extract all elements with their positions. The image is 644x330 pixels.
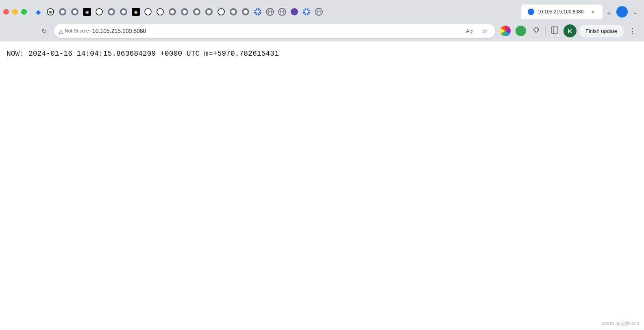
svg-text:文: 文 bbox=[470, 29, 474, 34]
svg-point-23 bbox=[231, 10, 235, 14]
svg-point-12 bbox=[157, 9, 163, 15]
bookmark-helm-icon-1[interactable] bbox=[252, 6, 263, 17]
svg-point-18 bbox=[195, 10, 199, 14]
toolbar-right: K Finish update ⋮ bbox=[499, 24, 639, 37]
url-display: 10.105.215.100:8080 bbox=[92, 28, 461, 34]
tab-favicon-icon bbox=[528, 9, 534, 15]
page-content: NOW: 2024-01-16 14:04:15.863684209 +0000… bbox=[0, 41, 644, 330]
bookmark-icon-1[interactable]: ⊕ bbox=[45, 6, 56, 17]
bookmark-icon-14[interactable] bbox=[228, 6, 239, 17]
svg-point-20 bbox=[207, 10, 211, 14]
svg-text:🐾: 🐾 bbox=[292, 9, 297, 15]
menu-dots-icon: ⋮ bbox=[629, 26, 636, 35]
bookmark-icon-2[interactable] bbox=[57, 6, 68, 17]
svg-text:A: A bbox=[466, 28, 470, 34]
tab-list-chevron-button[interactable]: ⌄ bbox=[629, 6, 641, 17]
sidebar-toggle-icon bbox=[550, 26, 559, 36]
bookmark-icon-10[interactable] bbox=[179, 6, 190, 17]
watermark-text: CSDN @蓝墨2020 bbox=[602, 321, 639, 326]
pinwheel-icon bbox=[500, 26, 511, 36]
bookmark-icon-8[interactable] bbox=[154, 6, 166, 17]
svg-point-6 bbox=[96, 9, 102, 15]
bookmark-icon-15[interactable] bbox=[240, 6, 251, 17]
minimize-window-button[interactable] bbox=[12, 9, 18, 15]
bookmark-black-box-1[interactable]: ◉ bbox=[81, 6, 93, 17]
bookmark-icon-13[interactable] bbox=[215, 6, 227, 17]
bookmarks-bar: ◆ ⊕ ◉ ◉ bbox=[33, 6, 520, 17]
tab-close-button[interactable]: ✕ bbox=[590, 9, 596, 15]
tab-bar: ◆ ⊕ ◉ ◉ bbox=[0, 0, 644, 20]
bookmark-icon-4[interactable] bbox=[94, 6, 105, 17]
maximize-window-button[interactable] bbox=[21, 9, 27, 15]
bookmark-icon-11[interactable] bbox=[191, 6, 202, 17]
svg-point-49 bbox=[529, 10, 533, 14]
new-tab-button[interactable]: + bbox=[603, 8, 615, 19]
svg-point-8 bbox=[109, 10, 113, 14]
active-tab[interactable]: 10.105.215.100:8080 ✕ bbox=[521, 4, 603, 19]
svg-point-3 bbox=[61, 10, 65, 14]
window-controls bbox=[3, 9, 27, 15]
not-secure-badge: △ Not Secure bbox=[59, 28, 89, 34]
bookmark-icon-12[interactable] bbox=[203, 6, 215, 17]
pinwheel-button[interactable] bbox=[499, 24, 512, 37]
finish-update-button[interactable]: Finish update bbox=[579, 25, 624, 37]
bookmark-globe-icon-2[interactable] bbox=[276, 6, 288, 17]
sidebar-toggle-button[interactable] bbox=[548, 24, 561, 37]
green-dot-icon bbox=[516, 26, 526, 36]
svg-point-11 bbox=[145, 9, 151, 15]
menu-button[interactable]: ⋮ bbox=[626, 24, 639, 37]
extensions-button[interactable] bbox=[530, 24, 543, 37]
svg-point-14 bbox=[170, 10, 174, 14]
svg-rect-52 bbox=[551, 27, 558, 33]
watermark: CSDN @蓝墨2020 bbox=[602, 321, 639, 327]
profile-initial: K bbox=[568, 28, 572, 35]
bookmark-star-button[interactable]: ☆ bbox=[479, 25, 490, 37]
translate-button[interactable]: A 文 bbox=[464, 25, 476, 37]
bookmark-globe-icon-3[interactable] bbox=[313, 6, 324, 17]
bookmark-helm-icon-2[interactable] bbox=[301, 6, 312, 17]
address-bar[interactable]: △ Not Secure 10.105.215.100:8080 A 文 ☆ bbox=[54, 24, 496, 38]
svg-text:⊕: ⊕ bbox=[49, 10, 52, 14]
svg-point-21 bbox=[218, 9, 224, 15]
bookmark-icon-6[interactable] bbox=[118, 6, 129, 17]
tab-bar-right: ⌄ bbox=[616, 6, 641, 17]
toolbar: ← → ↻ △ Not Secure 10.105.215.100:8080 A… bbox=[0, 20, 644, 41]
back-button[interactable]: ← bbox=[5, 24, 18, 37]
warning-icon: △ bbox=[59, 28, 63, 34]
svg-point-25 bbox=[244, 10, 248, 14]
svg-point-5 bbox=[73, 10, 77, 14]
svg-point-16 bbox=[183, 10, 187, 14]
bookmark-black-box-2[interactable]: ◉ bbox=[130, 6, 141, 17]
reload-button[interactable]: ↻ bbox=[37, 24, 50, 37]
tab-title: 10.105.215.100:8080 bbox=[537, 9, 586, 15]
svg-point-10 bbox=[122, 10, 126, 14]
forward-button[interactable]: → bbox=[21, 24, 34, 37]
not-secure-text: Not Secure bbox=[65, 28, 89, 34]
bookmark-icon-7[interactable] bbox=[142, 6, 154, 17]
page-now-text: NOW: 2024-01-16 14:04:15.863684209 +0000… bbox=[7, 50, 637, 58]
browser-chrome: ◆ ⊕ ◉ ◉ bbox=[0, 0, 644, 41]
close-window-button[interactable] bbox=[3, 9, 9, 15]
green-dot-button[interactable] bbox=[514, 24, 527, 37]
profile-circle-tab-bar bbox=[616, 6, 628, 17]
bookmark-diamond-icon[interactable]: ◆ bbox=[33, 6, 44, 17]
profile-button[interactable]: K bbox=[564, 24, 577, 37]
bookmark-icon-5[interactable] bbox=[106, 6, 117, 17]
bookmark-icon-paw[interactable]: 🐾 bbox=[289, 6, 300, 17]
puzzle-icon bbox=[532, 26, 540, 36]
toolbar-divider bbox=[545, 26, 546, 36]
tab-area: 10.105.215.100:8080 ✕ + bbox=[521, 4, 615, 19]
bookmark-icon-3[interactable] bbox=[69, 6, 80, 17]
bookmark-icon-9[interactable] bbox=[167, 6, 178, 17]
bookmark-globe-icon-1[interactable] bbox=[264, 6, 276, 17]
